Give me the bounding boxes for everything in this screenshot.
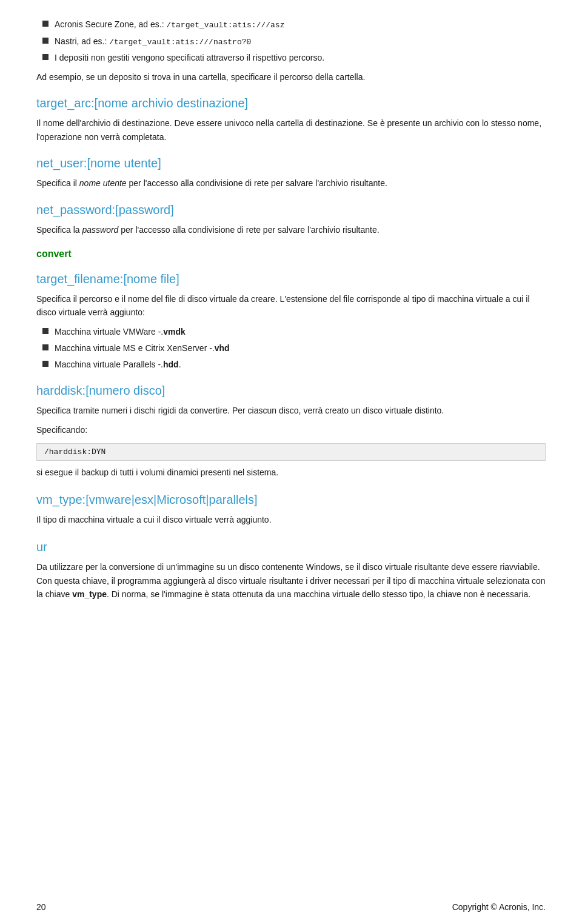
section-heading-net-password: net_password:[password] <box>36 201 546 218</box>
bullet-icon <box>42 361 48 367</box>
ur-text: Da utilizzare per la conversione di un'i… <box>36 560 546 601</box>
section-heading-ur: ur <box>36 538 546 555</box>
bullet-text: Macchina virtuale VMWare -.vmdk <box>55 326 546 338</box>
italic-text: password <box>82 225 118 235</box>
vmdk-extension: vmdk <box>163 327 186 336</box>
vhd-extension: vhd <box>215 343 230 353</box>
vm-type-key: vm_type <box>72 589 107 599</box>
net-password-text: Specifica la password per l'accesso alla… <box>36 223 546 236</box>
list-item: Macchina virtuale VMWare -.vmdk <box>36 326 546 338</box>
target-arc-text: Il nome dell'archivio di destinazione. D… <box>36 116 546 144</box>
bullet-text: I depositi non gestiti vengono specifica… <box>55 52 546 64</box>
bullet-text: Macchina virtuale MS e Citrix XenServer … <box>55 342 546 355</box>
bullet-icon <box>42 54 48 60</box>
bullet-icon <box>42 38 48 44</box>
bullet-text: Acronis Secure Zone, ad es.: /target_vau… <box>55 18 546 32</box>
harddisk-code-block: /harddisk:DYN <box>36 443 546 461</box>
section-heading-vm-type: vm_type:[vmware|esx|Microsoft|parallels] <box>36 491 546 508</box>
bullet-icon <box>42 344 48 350</box>
net-user-text: Specifica il nome utente per l'accesso a… <box>36 176 546 190</box>
page-content: Acronis Secure Zone, ad es.: /target_vau… <box>0 0 582 655</box>
section-heading-net-user: net_user:[nome utente] <box>36 155 546 172</box>
convert-label: convert <box>36 249 546 259</box>
copyright-text: Copyright © Acronis, Inc. <box>452 902 546 912</box>
list-item: I depositi non gestiti vengono specifica… <box>36 52 546 64</box>
vm-type-text: Il tipo di macchina virtuale a cui il di… <box>36 513 546 526</box>
harddisk-after-code: si esegue il backup di tutti i volumi di… <box>36 466 546 479</box>
page-footer: 20 Copyright © Acronis, Inc. <box>0 902 582 912</box>
list-item: Macchina virtuale MS e Citrix XenServer … <box>36 342 546 355</box>
hdd-extension: hdd <box>163 360 179 369</box>
list-item: Nastri, ad es.: /target_vault:atis:///na… <box>36 35 546 49</box>
page-number: 20 <box>36 902 46 912</box>
harddisk-specificando: Specificando: <box>36 423 546 437</box>
bullet-text: Macchina virtuale Parallels -.hdd. <box>55 358 546 371</box>
bullet-text: Nastri, ad es.: /target_vault:atis:///na… <box>55 35 546 49</box>
list-item: Macchina virtuale Parallels -.hdd. <box>36 358 546 371</box>
target-filename-text: Specifica il percorso e il nome del file… <box>36 292 546 320</box>
vm-type-list: Macchina virtuale VMWare -.vmdk Macchina… <box>36 326 546 371</box>
harddisk-text: Specifica tramite numeri i dischi rigidi… <box>36 404 546 417</box>
section-heading-target-arc: target_arc:[nome archivio destinazione] <box>36 95 546 112</box>
code-inline: /target_vault:atis:///asz <box>166 21 284 30</box>
code-inline: /target_vault:atis:///nastro?0 <box>109 38 251 47</box>
section-heading-target-filename: target_filename:[nome file] <box>36 270 546 287</box>
italic-text: nome utente <box>79 178 127 188</box>
top-bullet-list: Acronis Secure Zone, ad es.: /target_vau… <box>36 18 546 64</box>
bullet-icon <box>42 21 48 27</box>
bullet-icon <box>42 328 48 334</box>
list-item: Acronis Secure Zone, ad es.: /target_vau… <box>36 18 546 32</box>
section-heading-harddisk: harddisk:[numero disco] <box>36 382 546 399</box>
intro-paragraph: Ad esempio, se un deposito si trova in u… <box>36 70 546 84</box>
